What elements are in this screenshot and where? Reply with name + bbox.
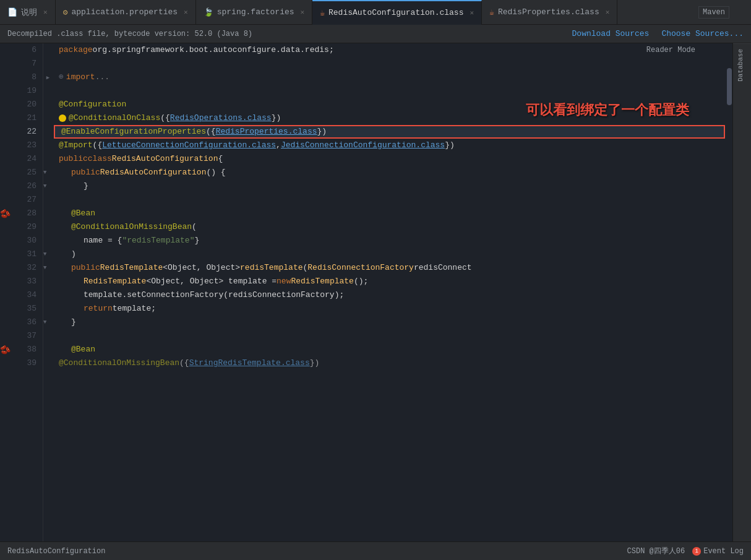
spacer: [0, 193, 12, 207]
fold-36[interactable]: ▼: [43, 316, 53, 329]
code-line-31: ): [53, 248, 726, 261]
line-num-32: 32: [12, 261, 43, 275]
info-bar: Decompiled .class file, bytecode version…: [0, 25, 751, 43]
annotation-bean-38: @Bean: [71, 343, 95, 356]
line-num-22: 22: [12, 125, 43, 139]
redis-operations-link[interactable]: RedisOperations.class: [170, 111, 272, 125]
spacer: [0, 139, 12, 152]
choose-sources-link[interactable]: Choose Sources...: [661, 29, 744, 38]
tab-label: application.properties: [71, 7, 178, 17]
keyword-new: new: [277, 275, 291, 288]
line-num-23: 23: [12, 139, 43, 152]
tab-shuo-ming[interactable]: 📄 说明 ✕: [0, 0, 56, 25]
type-redis2: RedisTemplate: [84, 275, 146, 288]
code-line-7: [53, 57, 726, 71]
line-num-37: 37: [12, 329, 43, 343]
right-panels: Database: [732, 43, 751, 541]
fold-8[interactable]: ▶: [43, 71, 53, 84]
tab-label: RedisAutoConfiguration.class: [328, 8, 463, 17]
line-num-6: 6: [12, 43, 43, 57]
status-right: CSDN @四季人06 1 Event Log: [627, 546, 744, 556]
package-name: org.springframework.boot.autoconfigure.d…: [93, 43, 329, 57]
class-redis-auto: RedisAutoConfiguration: [112, 152, 218, 166]
code-line-28: @Bean: [53, 207, 726, 220]
line-num-25: 25: [12, 166, 43, 179]
scrollbar[interactable]: [726, 43, 732, 541]
line-num-35: 35: [12, 302, 43, 316]
close-icon[interactable]: ✕: [301, 8, 305, 16]
code-editor[interactable]: Reader Mode package org.springframework.…: [53, 43, 726, 541]
fold-31[interactable]: ▼: [43, 248, 53, 261]
fold-25[interactable]: ▼: [43, 166, 53, 179]
callout-text: 可以看到绑定了一个配置类: [526, 101, 689, 119]
tab-bar: 📄 说明 ✕ ⚙ application.properties ✕ 🍃 spri…: [0, 0, 751, 25]
tab-label: spring.factories: [217, 7, 294, 17]
annotation-import: @Import: [59, 139, 93, 152]
lettuce-link[interactable]: LettuceConnectionConfiguration.class: [102, 139, 276, 152]
string-redis-template: "redisTemplate": [122, 234, 194, 248]
code-line-30: name = {"redisTemplate"}: [53, 234, 726, 248]
left-gutter: 🫘 🫘: [0, 43, 12, 541]
spacer: [0, 152, 12, 166]
line-num-31: 31: [12, 248, 43, 261]
keyword-import: import: [66, 71, 95, 84]
tab-redis-auto-config[interactable]: ☕ RedisAutoConfiguration.class ✕: [312, 0, 482, 25]
props-icon: ⚙: [63, 7, 68, 17]
spacer: [0, 111, 12, 125]
line-num-38: 38: [12, 343, 43, 356]
close-icon[interactable]: ✕: [470, 9, 474, 17]
line-num-39: 39: [12, 356, 43, 370]
close-icon[interactable]: ✕: [606, 8, 610, 16]
code-line-32: public RedisTemplate<Object, Object> red…: [53, 261, 726, 275]
type-redis3: RedisTemplate: [291, 275, 353, 288]
code-line-37: [53, 329, 726, 343]
code-line-39: @ConditionalOnMissingBean({StringRedisTe…: [53, 356, 726, 370]
spacer: [0, 316, 12, 329]
event-log[interactable]: 1 Event Log: [692, 547, 744, 556]
line-num-33: 33: [12, 275, 43, 288]
line-num-20: 20: [12, 98, 43, 111]
code-line-38: @Bean: [53, 343, 726, 356]
keyword-package: package: [59, 43, 93, 57]
spacer: [0, 302, 12, 316]
tab-label: 说明: [21, 7, 37, 18]
line-num-7: 7: [12, 57, 43, 71]
keyword-class: class: [88, 152, 112, 166]
fold-32[interactable]: ▼: [43, 261, 53, 275]
code-line-8: ⊕import ...: [53, 71, 726, 84]
code-line-36: }: [53, 316, 726, 329]
spacer: [0, 98, 12, 111]
close-icon[interactable]: ✕: [43, 8, 48, 16]
tab-redis-properties[interactable]: ☕ RedisProperties.class ✕: [482, 0, 617, 25]
fold-26[interactable]: ▼: [43, 179, 53, 193]
line-num-28: 28: [12, 207, 43, 220]
tab-label: RedisProperties.class: [498, 7, 599, 17]
expand-icon[interactable]: ⊕: [59, 71, 64, 84]
download-sources-link[interactable]: Download Sources: [572, 29, 650, 38]
annotation-missing-bean2: @ConditionalOnMissingBean: [59, 356, 179, 370]
status-left: RedisAutoConfiguration: [7, 547, 105, 556]
spacer: [0, 234, 12, 248]
info-bar-actions: Download Sources Choose Sources...: [572, 29, 744, 38]
close-icon[interactable]: ✕: [184, 8, 188, 16]
code-line-26: }: [53, 179, 726, 193]
java-icon: ☕: [320, 8, 325, 18]
spacer: [0, 43, 12, 57]
database-panel-tab[interactable]: Database: [733, 43, 751, 87]
maven-tab[interactable]: Maven: [698, 6, 729, 19]
redis-properties-link[interactable]: RedisProperties.class: [216, 125, 317, 139]
jedis-link[interactable]: JedisConnectionConfiguration.class: [281, 139, 445, 152]
tab-spring-factories[interactable]: 🍃 spring.factories ✕: [196, 0, 312, 25]
warn-marker: [59, 114, 66, 122]
keyword-public: public: [59, 152, 88, 166]
line-num-24: 24: [12, 152, 43, 166]
code-line-27: [53, 193, 726, 207]
spacer: [0, 275, 12, 288]
tab-application-properties[interactable]: ⚙ application.properties ✕: [56, 0, 196, 25]
scroll-thumb[interactable]: [727, 68, 732, 105]
reader-mode-button[interactable]: Reader Mode: [646, 46, 695, 54]
annotation-configuration: @Configuration: [59, 98, 126, 111]
line-num-36: 36: [12, 316, 43, 329]
csdn-user: CSDN @四季人06: [627, 546, 685, 556]
spacer: [0, 288, 12, 302]
